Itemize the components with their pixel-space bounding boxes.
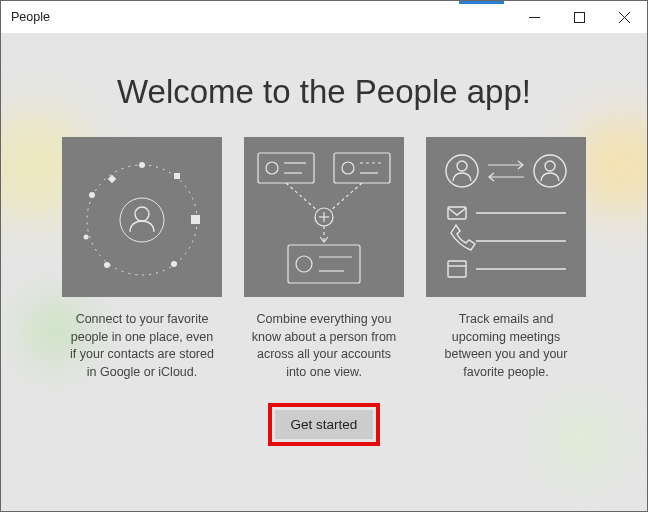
maximize-button[interactable]	[557, 1, 602, 33]
get-started-button[interactable]: Get started	[275, 410, 374, 439]
svg-point-11	[104, 262, 110, 268]
svg-point-5	[120, 198, 164, 242]
card-caption: Connect to your favorite people in one p…	[62, 311, 222, 381]
titlebar: People	[1, 1, 647, 33]
svg-point-7	[139, 162, 145, 168]
card-track: Track emails and upcoming meetings betwe…	[426, 137, 586, 381]
card-connect: Connect to your favorite people in one p…	[62, 137, 222, 381]
svg-rect-1	[575, 12, 585, 22]
svg-rect-28	[288, 245, 360, 283]
combine-illustration	[244, 137, 404, 297]
svg-point-9	[89, 192, 95, 198]
cards-row: Connect to your favorite people in one p…	[61, 137, 587, 381]
svg-rect-38	[448, 207, 466, 219]
svg-point-12	[171, 261, 177, 267]
svg-point-15	[266, 162, 278, 174]
svg-point-29	[296, 256, 312, 272]
connect-illustration	[62, 137, 222, 297]
accent-bar	[459, 1, 504, 4]
svg-point-19	[342, 162, 354, 174]
svg-rect-8	[191, 215, 200, 224]
svg-line-22	[286, 183, 318, 211]
track-illustration	[426, 137, 586, 297]
svg-line-23	[330, 183, 362, 211]
svg-rect-13	[174, 173, 180, 179]
close-button[interactable]	[602, 1, 647, 33]
cta-highlight: Get started	[268, 403, 381, 446]
welcome-content: Welcome to the People app!	[1, 33, 647, 446]
svg-point-35	[545, 161, 555, 171]
minimize-button[interactable]	[512, 1, 557, 33]
card-combine: Combine everything you know about a pers…	[244, 137, 404, 381]
card-caption: Track emails and upcoming meetings betwe…	[426, 311, 586, 381]
svg-point-6	[135, 207, 149, 221]
svg-rect-41	[448, 261, 466, 277]
page-title: Welcome to the People app!	[61, 73, 587, 111]
svg-point-33	[457, 161, 467, 171]
window-controls	[512, 1, 647, 33]
window-title: People	[1, 10, 50, 24]
svg-point-10	[84, 235, 89, 240]
card-caption: Combine everything you know about a pers…	[244, 311, 404, 381]
cta-area: Get started	[61, 403, 587, 446]
svg-point-4	[87, 165, 197, 275]
